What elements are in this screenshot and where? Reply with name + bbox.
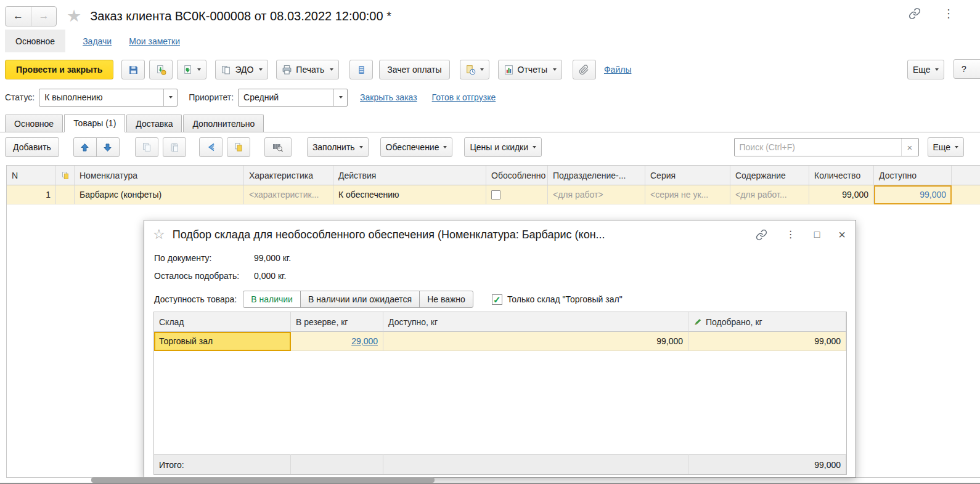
back-arrow-icon: ← bbox=[13, 10, 23, 22]
split-arrows-icon bbox=[206, 142, 216, 152]
history-nav: ← → bbox=[5, 6, 57, 26]
arrow-down-icon bbox=[103, 143, 112, 152]
post-document-button[interactable] bbox=[149, 60, 173, 79]
remaining-row: Осталось подобрать: 0,000 кг. bbox=[144, 267, 855, 284]
status-combo-arrow[interactable] bbox=[163, 89, 177, 106]
dialog-controls: ⋮ □ × bbox=[756, 228, 846, 241]
tab-main[interactable]: Основное bbox=[5, 115, 63, 132]
cell-actions[interactable]: К обеспечению bbox=[333, 185, 486, 204]
status-combobox[interactable]: К выполнению bbox=[39, 89, 178, 107]
close-icon[interactable]: × bbox=[838, 228, 846, 241]
cell-available-selected[interactable]: 99,000 bbox=[874, 185, 952, 204]
cell-separate[interactable] bbox=[486, 185, 548, 204]
favorite-star-outline-icon[interactable]: ☆ bbox=[153, 227, 165, 243]
copy-row-button[interactable] bbox=[135, 137, 158, 157]
help-button[interactable]: ? bbox=[953, 59, 980, 79]
reserve-link[interactable]: 29,000 bbox=[351, 336, 378, 346]
toolbar-more-button[interactable]: Еще bbox=[907, 60, 944, 79]
post-and-close-button[interactable]: Провести и закрыть bbox=[5, 60, 113, 79]
fill-button[interactable]: Заполнить bbox=[307, 137, 369, 157]
col-available-kg: Доступно, кг bbox=[383, 312, 688, 332]
barcode-scan-button[interactable] bbox=[264, 137, 292, 157]
cell-available-kg[interactable]: 99,000 bbox=[383, 332, 688, 351]
cell-department[interactable]: <для работ> bbox=[548, 185, 645, 204]
move-down-button[interactable] bbox=[96, 137, 120, 157]
cell-characteristic[interactable]: <характеристик... bbox=[244, 185, 333, 204]
split-row-button[interactable] bbox=[199, 137, 223, 157]
tab-osnovnoe[interactable]: Основное bbox=[5, 30, 65, 52]
reports-button[interactable]: Отчеты bbox=[498, 60, 562, 79]
more-label: Еще bbox=[913, 65, 931, 75]
goods-toolbar: Добавить Заполнить Обеспеч bbox=[5, 136, 980, 158]
availability-row: Доступность товара: В наличии В наличии … bbox=[144, 290, 855, 309]
more-menu-icon[interactable]: ⋮ bbox=[943, 8, 954, 19]
cell-quantity[interactable]: 99,000 bbox=[809, 185, 874, 204]
get-link-icon[interactable] bbox=[909, 7, 921, 20]
edo-button[interactable]: ЭДО bbox=[215, 60, 268, 79]
tab-moi-zametki[interactable]: Мои заметки bbox=[129, 36, 180, 46]
col-separate: Обособленно bbox=[486, 166, 548, 185]
cell-reserve[interactable]: 29,000 bbox=[291, 332, 383, 351]
prices-discounts-label: Цены и скидки bbox=[470, 142, 528, 152]
only-warehouse-checkbox[interactable]: ✓ bbox=[492, 294, 502, 305]
files-link[interactable]: Файлы bbox=[604, 65, 631, 75]
ready-to-ship-link[interactable]: Готов к отгрузке bbox=[432, 92, 496, 102]
tab-additional[interactable]: Дополнительно bbox=[183, 115, 264, 132]
back-button[interactable]: ← bbox=[6, 7, 31, 26]
priority-combo-arrow[interactable] bbox=[333, 89, 347, 106]
tab-goods[interactable]: Товары (1) bbox=[64, 114, 125, 132]
more-menu-icon[interactable]: ⋮ bbox=[786, 230, 796, 240]
only-warehouse-option[interactable]: ✓ Только склад "Торговый зал" bbox=[492, 294, 623, 305]
forward-button[interactable]: → bbox=[31, 7, 56, 26]
cell-nomenclature[interactable]: Барбарис (конфеты) bbox=[75, 185, 244, 204]
availability-label: Доступность товара: bbox=[154, 294, 237, 304]
warehouse-table-footer: Итого: 99,000 bbox=[154, 454, 846, 474]
total-reserve bbox=[291, 454, 383, 474]
search-input[interactable] bbox=[734, 138, 919, 156]
total-label: Итого: bbox=[154, 454, 291, 474]
cell-separate-icon[interactable] bbox=[56, 185, 75, 204]
tab-delivery[interactable]: Доставка bbox=[126, 115, 182, 132]
paste-row-button[interactable] bbox=[163, 137, 186, 157]
availability-in-stock[interactable]: В наличии bbox=[243, 291, 301, 308]
cell-n[interactable]: 1 bbox=[7, 185, 56, 204]
payment-offset-button[interactable]: Зачет оплаты bbox=[379, 60, 449, 79]
priority-combobox[interactable]: Средний bbox=[238, 89, 348, 107]
horizontal-scrollbar-thumb[interactable] bbox=[91, 477, 435, 483]
add-row-button[interactable]: Добавить bbox=[5, 137, 59, 157]
subordination-structure-button[interactable] bbox=[349, 60, 373, 79]
prices-discounts-button[interactable]: Цены и скидки bbox=[464, 137, 542, 157]
edo-label: ЭДО bbox=[235, 65, 253, 75]
save-button[interactable] bbox=[121, 60, 145, 79]
search-clear-icon[interactable]: × bbox=[901, 139, 918, 156]
paste-icon bbox=[169, 142, 179, 152]
table-more-button[interactable]: Еще bbox=[928, 137, 965, 157]
print-button[interactable]: Печать bbox=[276, 60, 339, 79]
cell-extra[interactable] bbox=[952, 185, 980, 204]
tab-zadachi[interactable]: Задачи bbox=[83, 36, 112, 46]
favorite-star-icon[interactable]: ★ bbox=[67, 6, 81, 26]
document-timeline-button[interactable] bbox=[460, 60, 489, 79]
cell-series[interactable]: <серия не ук... bbox=[645, 185, 730, 204]
by-document-row: По документу: 99,000 кг. bbox=[144, 249, 855, 267]
cell-picked[interactable]: 99,000 bbox=[688, 332, 846, 351]
cell-content[interactable]: <для работ... bbox=[730, 185, 809, 204]
header-actions: ⋮ bbox=[909, 7, 954, 20]
attachments-button[interactable] bbox=[573, 60, 596, 79]
warehouse-picker-dialog: ☆ Подбор склада для необособленного обес… bbox=[144, 220, 856, 478]
close-order-link[interactable]: Закрыть заказ bbox=[360, 92, 417, 102]
separate-provision-button[interactable] bbox=[227, 137, 250, 157]
caret-down-icon bbox=[339, 96, 343, 99]
provision-button[interactable]: Обеспечение bbox=[380, 137, 453, 157]
separate-checkbox[interactable] bbox=[491, 190, 500, 200]
create-based-on-button[interactable] bbox=[177, 60, 206, 79]
maximize-icon[interactable]: □ bbox=[814, 230, 820, 240]
availability-in-stock-or-expected[interactable]: В наличии или ожидается bbox=[300, 291, 420, 308]
get-link-icon[interactable] bbox=[756, 229, 767, 241]
availability-not-important[interactable]: Не важно bbox=[419, 291, 473, 308]
cell-warehouse-selected[interactable]: Торговый зал bbox=[154, 332, 291, 351]
availability-switcher: В наличии В наличии или ожидается Не важ… bbox=[243, 291, 473, 308]
warehouse-table-empty-area[interactable] bbox=[154, 351, 846, 454]
move-up-button[interactable] bbox=[73, 137, 97, 157]
col-available: Доступно bbox=[874, 166, 952, 185]
